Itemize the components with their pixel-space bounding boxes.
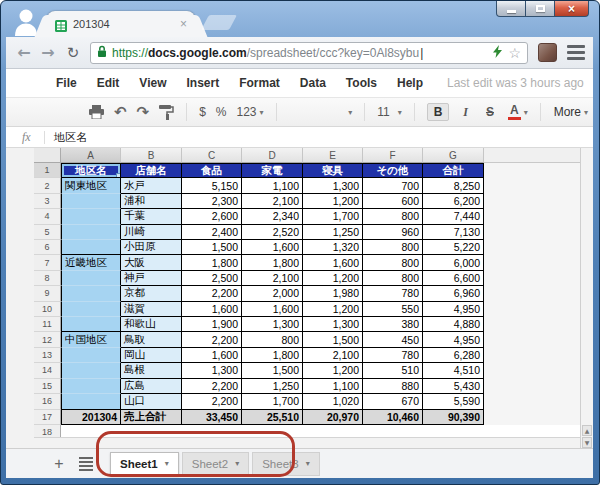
cell-value[interactable]: 670 bbox=[363, 394, 423, 409]
cell-store[interactable]: 千葉 bbox=[121, 209, 182, 224]
italic-button[interactable]: I bbox=[459, 105, 472, 120]
column-header-A[interactable]: A bbox=[61, 148, 121, 163]
cell-value[interactable]: 2,300 bbox=[182, 194, 242, 209]
cell-region[interactable] bbox=[61, 379, 121, 394]
cell-value[interactable]: 800 bbox=[363, 209, 423, 224]
sheet-list-icon[interactable] bbox=[79, 457, 93, 471]
cell-region[interactable]: 中国地区 bbox=[61, 332, 121, 347]
cell-value[interactable]: 2,100 bbox=[242, 194, 303, 209]
cell-store[interactable]: 小田原 bbox=[121, 240, 182, 255]
bold-button[interactable]: B bbox=[427, 103, 450, 121]
cell-value[interactable]: 2,100 bbox=[242, 271, 303, 286]
scroll-up-icon[interactable]: ▲ bbox=[582, 425, 592, 436]
cell-value[interactable]: 2,100 bbox=[303, 348, 363, 363]
tab-close-icon[interactable]: × bbox=[180, 18, 187, 30]
column-header-C[interactable]: C bbox=[182, 148, 242, 163]
cell-value[interactable]: 1,600 bbox=[303, 255, 363, 270]
cell-region[interactable] bbox=[61, 302, 121, 317]
cell-value[interactable]: 6,280 bbox=[423, 348, 484, 363]
cell-value[interactable]: 1,800 bbox=[242, 348, 303, 363]
cell-value[interactable]: 1,320 bbox=[303, 240, 363, 255]
cell-value[interactable]: 1,500 bbox=[242, 363, 303, 378]
cell-value[interactable]: 1,020 bbox=[303, 394, 363, 409]
cell-value[interactable]: 6,600 bbox=[423, 271, 484, 286]
cell-value[interactable]: 1,800 bbox=[182, 255, 242, 270]
menu-data[interactable]: Data bbox=[300, 76, 326, 90]
cell-value[interactable]: 1,900 bbox=[182, 317, 242, 332]
cell-store[interactable]: 神戸 bbox=[121, 271, 182, 286]
formula-bar[interactable]: fx 地区名 bbox=[6, 127, 593, 148]
cell-total-code[interactable]: 201304 bbox=[61, 410, 121, 425]
menu-help[interactable]: Help bbox=[397, 76, 423, 90]
menu-view[interactable]: View bbox=[139, 76, 166, 90]
cell-store[interactable]: 島根 bbox=[121, 363, 182, 378]
cell-total-value[interactable]: 90,390 bbox=[423, 410, 484, 425]
cell-value[interactable]: 1,250 bbox=[242, 379, 303, 394]
cell-value[interactable]: 1,100 bbox=[242, 178, 303, 193]
sheet-tab-sheet3[interactable]: Sheet3▾ bbox=[252, 452, 319, 476]
cell-region[interactable] bbox=[61, 363, 121, 378]
cell-total-value[interactable]: 20,970 bbox=[303, 410, 363, 425]
cell-value[interactable]: 1,600 bbox=[182, 302, 242, 317]
percent-format-button[interactable]: % bbox=[216, 105, 227, 119]
sheet-tab-sheet1[interactable]: Sheet1▾ bbox=[110, 452, 179, 476]
menu-file[interactable]: File bbox=[56, 76, 77, 90]
cell-value[interactable]: 1,600 bbox=[242, 240, 303, 255]
text-color-button[interactable]: A▾ bbox=[508, 104, 528, 120]
column-header-F[interactable]: F bbox=[363, 148, 423, 163]
chevron-down-icon[interactable]: ▾ bbox=[306, 459, 310, 468]
new-tab-button[interactable] bbox=[201, 15, 237, 30]
cell-value[interactable]: 880 bbox=[363, 379, 423, 394]
cell-value[interactable]: 6,200 bbox=[423, 194, 484, 209]
strikethrough-button[interactable]: S bbox=[482, 105, 498, 119]
menu-tools[interactable]: Tools bbox=[346, 76, 377, 90]
cell-value[interactable]: 1,200 bbox=[303, 302, 363, 317]
cell-value[interactable]: 2,500 bbox=[182, 271, 242, 286]
cell-value[interactable]: 780 bbox=[363, 348, 423, 363]
address-bar[interactable]: https://docs.google.com/spreadsheet/ccc?… bbox=[90, 42, 528, 64]
browser-menu-icon[interactable] bbox=[567, 45, 585, 60]
cell-value[interactable]: 1,300 bbox=[303, 317, 363, 332]
redo-icon[interactable]: ↷ bbox=[137, 103, 150, 121]
cell-header-合計[interactable]: 合計 bbox=[423, 163, 484, 178]
row-header-5[interactable]: 5 bbox=[34, 225, 61, 240]
back-icon[interactable]: ← bbox=[12, 43, 36, 62]
cell-value[interactable]: 6,000 bbox=[423, 255, 484, 270]
cell-value[interactable]: 1,200 bbox=[303, 271, 363, 286]
row-header-2[interactable]: 2 bbox=[34, 178, 61, 193]
menu-format[interactable]: Format bbox=[239, 76, 280, 90]
cell-value[interactable]: 1,980 bbox=[303, 286, 363, 301]
cell-value[interactable]: 4,880 bbox=[423, 317, 484, 332]
cell-value[interactable]: 800 bbox=[363, 255, 423, 270]
cell-value[interactable]: 700 bbox=[363, 178, 423, 193]
row-header-15[interactable]: 15 bbox=[34, 379, 61, 394]
cell-value[interactable]: 1,800 bbox=[242, 255, 303, 270]
cell-header-地区名[interactable]: 地区名 bbox=[61, 163, 121, 178]
cell-region[interactable] bbox=[61, 348, 121, 363]
row-header-13[interactable]: 13 bbox=[34, 348, 61, 363]
minimize-button[interactable] bbox=[496, 1, 526, 17]
cell-header-食品[interactable]: 食品 bbox=[182, 163, 242, 178]
cell-value[interactable]: 1,500 bbox=[182, 240, 242, 255]
cell-region[interactable]: 関東地区 bbox=[61, 178, 121, 193]
cell-value[interactable]: 1,250 bbox=[303, 225, 363, 240]
profile-avatar-icon[interactable] bbox=[13, 8, 39, 36]
cell-store[interactable]: 鳥取 bbox=[121, 332, 182, 347]
cell-value[interactable]: 1,600 bbox=[242, 302, 303, 317]
select-all-corner[interactable] bbox=[34, 148, 61, 163]
cell-value[interactable]: 7,130 bbox=[423, 225, 484, 240]
cell-header-家電[interactable]: 家電 bbox=[242, 163, 303, 178]
add-sheet-button[interactable]: + bbox=[49, 455, 69, 473]
cell-total-value[interactable]: 10,460 bbox=[363, 410, 423, 425]
cell-value[interactable]: 6,960 bbox=[423, 286, 484, 301]
cell-region[interactable] bbox=[61, 286, 121, 301]
cell-region[interactable] bbox=[61, 225, 121, 240]
cell-store[interactable]: 浦和 bbox=[121, 194, 182, 209]
cell-value[interactable]: 2,340 bbox=[242, 209, 303, 224]
cell-header-店舗名[interactable]: 店舗名 bbox=[121, 163, 182, 178]
cell-value[interactable]: 5,150 bbox=[182, 178, 242, 193]
cell-store[interactable]: 滋賀 bbox=[121, 302, 182, 317]
row-header-17[interactable]: 17 bbox=[34, 410, 61, 425]
forward-icon[interactable]: → bbox=[36, 43, 60, 62]
cell-value[interactable]: 4,950 bbox=[423, 332, 484, 347]
